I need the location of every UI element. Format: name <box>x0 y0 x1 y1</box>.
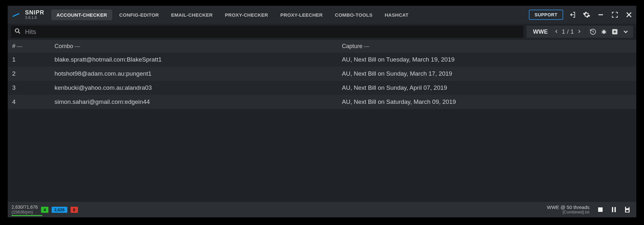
table-header: #— Combo— Capture— <box>8 40 636 53</box>
tab-account-checker[interactable]: ACCOUNT-CHECKER <box>51 10 112 20</box>
table-row[interactable]: 2 hotshot98@adam.com.au:pungent1 AU, Nex… <box>8 67 636 81</box>
chevron-left-icon[interactable] <box>553 28 560 36</box>
plus-box-icon[interactable] <box>610 27 620 37</box>
svg-point-5 <box>602 30 605 34</box>
badge-hits: 4 <box>41 207 48 213</box>
search-input[interactable] <box>25 28 520 36</box>
chevron-down-icon[interactable] <box>621 27 631 37</box>
svg-rect-19 <box>626 210 629 212</box>
pager-total: 1 <box>571 29 574 35</box>
title-bar: SNIPR 3.8.1.6 ACCOUNT-CHECKER CONFIG-EDI… <box>8 6 636 24</box>
results-table: #— Combo— Capture— 1 blake.spratt@hotmai… <box>8 40 636 202</box>
table-row[interactable]: 1 blake.spratt@hotmail.com:BlakeSpratt1 … <box>8 53 636 67</box>
cell-combo: hotshot98@adam.com.au:pungent1 <box>55 70 342 77</box>
pause-icon[interactable] <box>609 204 619 215</box>
cell-combo: kenbucki@yahoo.com.au:alandra03 <box>55 84 342 91</box>
table-row[interactable]: 4 simon.sahari@gmail.com:edgein44 AU, Ne… <box>8 95 636 109</box>
save-icon[interactable] <box>622 204 632 215</box>
svg-line-4 <box>18 32 20 33</box>
svg-line-10 <box>603 30 603 31</box>
status-right: WWE @ 50 threads [Combined].txt <box>547 204 589 215</box>
filter-bar: WWE 1 / 1 <box>8 24 636 40</box>
tab-email-checker[interactable]: EMAIL-CHECKER <box>166 10 218 20</box>
svg-line-8 <box>602 33 603 33</box>
status-threads: WWE @ 50 threads <box>547 204 589 210</box>
cell-combo: simon.sahari@gmail.com:edgein44 <box>55 98 342 105</box>
svg-rect-15 <box>598 207 603 212</box>
separator <box>585 28 586 36</box>
svg-rect-18 <box>626 207 629 208</box>
brand-name: SNIPR <box>25 10 44 16</box>
brand-block: SNIPR 3.8.1.6 <box>25 10 44 20</box>
tab-config-editor[interactable]: CONFIG-EDITOR <box>114 10 164 20</box>
col-combo[interactable]: Combo— <box>55 43 342 50</box>
search-icon <box>14 28 21 36</box>
search-wrap <box>11 26 523 38</box>
cell-combo: blake.spratt@hotmail.com:BlakeSpratt1 <box>55 56 342 63</box>
minimize-icon[interactable] <box>596 10 606 20</box>
stop-icon[interactable] <box>595 204 606 215</box>
cell-capture: AU, Next Bill on Sunday, April 07, 2019 <box>342 84 636 91</box>
chevron-right-icon[interactable] <box>576 28 583 36</box>
badge-checked: 2,626 <box>52 207 67 213</box>
cell-capture: AU, Next Bill on Saturday, March 09, 201… <box>342 98 636 105</box>
tab-combo-tools[interactable]: COMBO-TOOLS <box>330 10 377 20</box>
app-window: SNIPR 3.8.1.6 ACCOUNT-CHECKER CONFIG-EDI… <box>8 6 636 217</box>
gear-icon[interactable] <box>582 10 591 20</box>
pager-current: 1 <box>562 29 565 35</box>
config-label[interactable]: WWE <box>529 29 552 35</box>
cell-index: 3 <box>8 84 55 91</box>
close-icon[interactable] <box>624 10 634 20</box>
col-capture[interactable]: Capture— <box>342 43 636 50</box>
brand-version: 3.8.1.6 <box>25 16 44 20</box>
col-index[interactable]: #— <box>8 43 55 50</box>
maximize-icon[interactable] <box>610 10 620 20</box>
table-row[interactable]: 3 kenbucki@yahoo.com.au:alandra03 AU, Ne… <box>8 81 636 95</box>
cell-index: 2 <box>8 70 55 77</box>
svg-line-7 <box>605 31 606 31</box>
svg-point-3 <box>15 29 19 32</box>
progress-count: 2,630/71,676 <box>12 205 38 210</box>
tab-hashcat[interactable]: HASHCAT <box>379 10 413 20</box>
bug-icon[interactable] <box>599 27 609 37</box>
table-body: 1 blake.spratt@hotmail.com:BlakeSpratt1 … <box>8 53 636 109</box>
cell-capture: AU, Next Bill on Tuesday, March 19, 2019 <box>342 56 636 63</box>
history-icon[interactable] <box>588 27 598 37</box>
badge-bad: 0 <box>71 207 78 213</box>
svg-line-6 <box>602 31 603 31</box>
support-button[interactable]: SUPPORT <box>529 10 563 20</box>
cell-index: 1 <box>8 56 55 63</box>
cell-index: 4 <box>8 98 55 105</box>
app-logo-icon <box>12 10 21 19</box>
svg-rect-17 <box>614 207 616 212</box>
cell-capture: AU, Next Bill on Sunday, March 17, 2019 <box>342 70 636 77</box>
progress-rate: (15636/pm) <box>12 210 38 214</box>
status-bar: 2,630/71,676 (15636/pm) 4 2,626 0 WWE @ … <box>8 202 636 217</box>
pager-sep: / <box>567 29 569 35</box>
logout-icon[interactable] <box>568 10 577 20</box>
tab-proxy-leecher[interactable]: PROXY-LEECHER <box>275 10 328 20</box>
nav-tabs: ACCOUNT-CHECKER CONFIG-EDITOR EMAIL-CHEC… <box>51 10 414 20</box>
tab-proxy-checker[interactable]: PROXY-CHECKER <box>220 10 273 20</box>
status-file: [Combined].txt <box>547 210 589 215</box>
svg-line-11 <box>605 30 605 31</box>
pager: 1 / 1 <box>553 28 583 36</box>
filter-right: WWE 1 / 1 <box>527 26 633 38</box>
progress-text: 2,630/71,676 (15636/pm) <box>12 205 38 214</box>
svg-rect-16 <box>612 207 613 212</box>
svg-line-9 <box>605 33 606 33</box>
